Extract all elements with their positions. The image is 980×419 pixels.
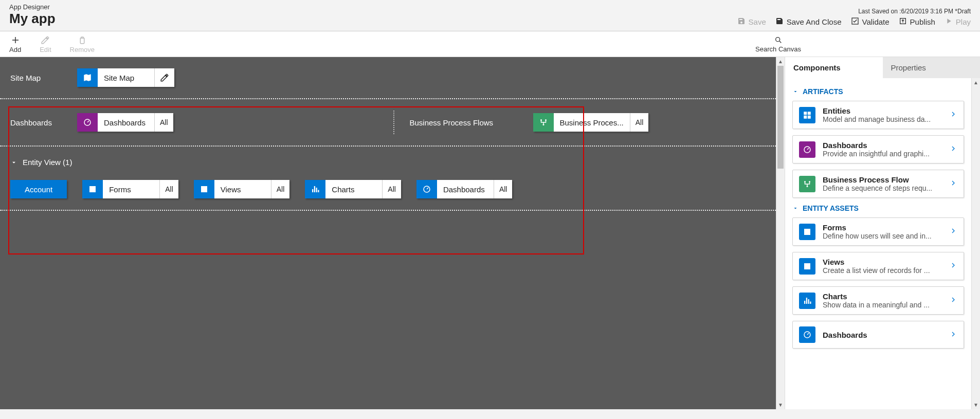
save-icon	[737, 17, 746, 27]
entity-charts-tile[interactable]: Charts All	[305, 180, 401, 198]
validate-icon	[851, 17, 859, 27]
card-dashboards[interactable]: Dashboards Provide an insightful and gra…	[792, 135, 964, 163]
entity-dashboards-tile[interactable]: Dashboards All	[416, 180, 513, 198]
dashboards-tile-label: Dashboards	[98, 113, 154, 132]
plus-icon	[11, 35, 20, 45]
entity-account-tile[interactable]: Account	[10, 180, 67, 198]
save-close-label: Save And Close	[787, 17, 842, 26]
assets-section-header[interactable]: ENTITY ASSETS	[792, 204, 964, 212]
publish-icon	[899, 17, 907, 27]
card-dashboards-title: Dashboards	[823, 141, 942, 150]
card-views-title: Views	[823, 258, 942, 266]
dashboards-all-button[interactable]: All	[154, 113, 173, 132]
entity-forms-label: Forms	[103, 180, 159, 198]
card-bpf[interactable]: Business Process Flow Define a sequence …	[792, 170, 964, 198]
save-and-close-button[interactable]: Save And Close	[775, 17, 842, 27]
chevron-right-icon	[949, 330, 957, 340]
chevron-right-icon	[949, 179, 957, 189]
chevron-right-icon	[949, 261, 957, 271]
card-forms-desc: Define how users will see and in...	[823, 232, 942, 240]
entity-dashboards-all[interactable]: All	[494, 180, 513, 198]
toolbar: Add Edit Remove Search Canvas	[0, 31, 980, 57]
add-button[interactable]: Add	[9, 35, 21, 53]
save-close-icon	[775, 17, 784, 27]
dashboards-row-label: Dashboards	[10, 118, 77, 127]
chevron-right-icon	[949, 144, 957, 154]
card-asset-dashboards-title: Dashboards	[823, 331, 942, 339]
save-button: Save	[737, 17, 766, 27]
page-title: My app	[9, 11, 56, 27]
card-bpf-title: Business Process Flow	[823, 175, 942, 184]
chevron-right-icon	[949, 110, 957, 120]
card-views-desc: Create a list view of records for ...	[823, 266, 942, 275]
gauge-icon	[77, 113, 98, 132]
bpf-tile-label: Business Proces...	[554, 113, 630, 132]
entity-view-label: Entity View (1)	[23, 158, 72, 167]
chevron-right-icon	[949, 227, 957, 236]
sidepanel-scrollbar[interactable]: ▲ ▼	[971, 78, 980, 409]
card-forms[interactable]: Forms Define how users will see and in..…	[792, 217, 964, 246]
tab-properties[interactable]: Properties	[883, 57, 981, 78]
flow-icon	[799, 176, 815, 192]
search-label: Search Canvas	[755, 45, 801, 53]
caret-down-icon	[792, 88, 798, 95]
vertical-divider	[393, 111, 394, 134]
entity-account-label: Account	[25, 185, 52, 194]
flow-icon	[533, 113, 554, 132]
bpf-all-button[interactable]: All	[630, 113, 649, 132]
play-button: Play	[945, 17, 971, 27]
entity-views-label: Views	[214, 180, 271, 198]
gauge-icon	[799, 141, 815, 158]
save-status: Last Saved on :6/20/2019 3:16 PM *Draft	[737, 8, 971, 15]
entity-forms-tile[interactable]: Forms All	[82, 180, 178, 198]
artifacts-header-label: ARTIFACTS	[803, 87, 843, 96]
side-panel: Components Properties ARTIFACTS Entities…	[785, 57, 980, 409]
validate-label: Validate	[862, 17, 890, 26]
trash-icon	[78, 35, 87, 45]
artifacts-section-header[interactable]: ARTIFACTS	[792, 87, 964, 96]
edit-button: Edit	[40, 35, 51, 53]
save-label: Save	[749, 17, 766, 26]
canvas-scrollbar[interactable]: ▲ ▼	[776, 57, 785, 409]
entity-views-tile[interactable]: Views All	[194, 180, 290, 198]
publish-button[interactable]: Publish	[899, 17, 935, 27]
pencil-icon	[41, 35, 50, 45]
chart-icon	[799, 293, 815, 309]
sitemap-tile-label: Site Map	[98, 68, 154, 87]
gauge-icon	[416, 180, 437, 198]
sitemap-row-label: Site Map	[10, 74, 77, 82]
form-icon	[82, 180, 103, 198]
entity-charts-all[interactable]: All	[382, 180, 401, 198]
card-charts-desc: Show data in a meaningful and ...	[823, 301, 942, 309]
entity-views-all[interactable]: All	[271, 180, 290, 198]
card-views[interactable]: Views Create a list view of records for …	[792, 252, 964, 280]
card-entities-desc: Model and manage business da...	[823, 115, 942, 123]
play-label: Play	[956, 17, 971, 26]
gauge-icon	[799, 326, 815, 343]
bpf-tile[interactable]: Business Proces... All	[533, 113, 649, 132]
publish-label: Publish	[910, 17, 935, 26]
edit-label: Edit	[40, 46, 51, 53]
dashboards-tile[interactable]: Dashboards All	[77, 113, 173, 132]
card-dashboards-desc: Provide an insightful and graphi...	[823, 150, 942, 158]
search-canvas-button[interactable]: Search Canvas	[755, 36, 801, 53]
card-charts[interactable]: Charts Show data in a meaningful and ...	[792, 286, 964, 315]
bpf-row-label: Business Process Flows	[400, 118, 533, 127]
validate-button[interactable]: Validate	[851, 17, 890, 27]
tab-components[interactable]: Components	[785, 57, 883, 78]
card-charts-title: Charts	[823, 292, 942, 301]
card-entities[interactable]: Entities Model and manage business da...	[792, 101, 964, 129]
sitemap-edit-button[interactable]	[154, 68, 174, 87]
sitemap-tile[interactable]: Site Map	[77, 68, 174, 87]
entity-view-toggle[interactable]: Entity View (1)	[10, 158, 766, 167]
entity-icon	[799, 107, 815, 123]
app-header: App Designer My app Last Saved on :6/20/…	[0, 0, 980, 31]
card-entities-title: Entities	[823, 106, 942, 115]
card-asset-dashboards[interactable]: Dashboards	[792, 321, 964, 349]
assets-header-label: ENTITY ASSETS	[803, 204, 859, 212]
caret-down-icon	[10, 159, 17, 166]
header-supertitle: App Designer	[9, 3, 56, 11]
grid-icon	[799, 258, 815, 275]
entity-forms-all[interactable]: All	[159, 180, 178, 198]
chevron-right-icon	[949, 296, 957, 305]
